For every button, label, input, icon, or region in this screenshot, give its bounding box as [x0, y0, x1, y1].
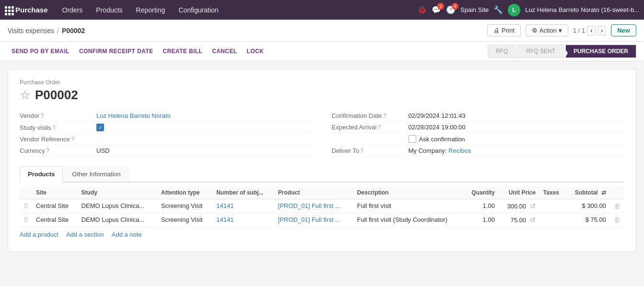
currency-value[interactable]: USD [96, 147, 109, 154]
site-name: Spain Site [460, 6, 489, 13]
step-rfq[interactable]: RFQ [488, 45, 516, 58]
avatar[interactable]: L [508, 4, 520, 16]
ask-confirmation-text: Ask confirmation [419, 136, 465, 143]
row1-site: Central Site [32, 199, 78, 213]
app-logo[interactable]: Purchase [5, 6, 48, 14]
form-left: Vendor ? Luz Helena Barreto Norato Study… [20, 110, 313, 157]
col-description: Description [353, 186, 464, 199]
row2-attention-type: Screening Visit [157, 213, 213, 227]
row1-subtotal: $ 300.00 [566, 199, 610, 213]
row1-attention-type: Screening Visit [157, 199, 213, 213]
settings-icon[interactable]: 🔧 [493, 5, 503, 14]
vendor-ref-label: Vendor Reference ? [20, 136, 96, 143]
add-product-link[interactable]: Add a product [20, 231, 59, 238]
col-attention-type: Attention type [157, 186, 213, 199]
delete-icon[interactable]: 🗑 [614, 216, 621, 224]
nav-orders[interactable]: Orders [56, 0, 90, 20]
add-section-link[interactable]: Add a section [66, 231, 104, 238]
col-delete [610, 186, 624, 199]
vendor-value[interactable]: Luz Helena Barreto Norato [96, 112, 171, 119]
study-visits-checkbox[interactable] [96, 124, 104, 131]
table-row: ⠿ Central Site DEMO Lupus Clinica... Scr… [20, 199, 624, 213]
breadcrumb-actions: 🖨 Print ⚙ Orders Action ▾ 1 / 1 ‹ › New [487, 24, 636, 36]
row1-number[interactable]: 14141 [212, 199, 274, 213]
deliver-to-help-icon: ? [361, 148, 363, 153]
confirmation-date-help-icon: ? [383, 113, 386, 118]
row1-product[interactable]: [PROD_01] Full first ... [274, 199, 353, 213]
currency-label: Currency ? [20, 147, 96, 154]
nav-configuration[interactable]: Configuration [172, 0, 225, 20]
action-button[interactable]: ⚙ Orders Action ▾ [526, 24, 568, 36]
row2-delete[interactable]: 🗑 [610, 213, 624, 227]
page-count: 1 / 1 [573, 27, 585, 34]
status-steps: RFQ RFQ SENT PURCHASE ORDER [488, 45, 636, 58]
tab-products[interactable]: Products [20, 166, 63, 183]
create-bill-button[interactable]: CREATE BILL [159, 46, 206, 57]
clock-icon[interactable]: 🕐 4 [446, 5, 456, 14]
drag-handle-icon[interactable]: ⠿ [23, 216, 28, 224]
table-row: ⠿ Central Site DEMO Lupus Clinica... Scr… [20, 213, 624, 227]
chat-badge: 1 [437, 3, 444, 10]
ask-confirmation-field-row: Ask confirmation [332, 133, 625, 145]
breadcrumb-bar: Visits expenses / P00002 🖨 Print ⚙ Order… [0, 20, 644, 42]
col-subtotal: Subtotal ⇄ [566, 186, 610, 199]
row1-unit-price: 300.00 ↺ [499, 199, 539, 213]
revert-icon[interactable]: ↺ [530, 216, 536, 224]
add-note-link[interactable]: Add a note [112, 231, 142, 238]
column-settings-icon[interactable]: ⇄ [601, 189, 606, 196]
row2-unit-price: 75.00 ↺ [499, 213, 539, 227]
table-header-row: Site Study Attention type Number of subj… [20, 186, 624, 199]
new-button[interactable]: New [611, 24, 636, 36]
revert-icon[interactable]: ↺ [530, 202, 536, 210]
page-prev-button[interactable]: ‹ [587, 26, 596, 35]
row2-number[interactable]: 14141 [212, 213, 274, 227]
nav-menu: Orders Products Reporting Configuration [56, 0, 225, 20]
ask-confirmation-checkbox[interactable] [409, 135, 416, 143]
po-card: Purchase Order ☆ P00002 Vendor ? Luz Hel… [8, 69, 636, 252]
nav-products[interactable]: Products [89, 0, 129, 20]
row2-taxes [539, 213, 566, 227]
deliver-to-label: Deliver To ? [332, 147, 409, 154]
chat-icon[interactable]: 💬 1 [432, 5, 441, 14]
vendor-field-row: Vendor ? Luz Helena Barreto Norato [20, 110, 313, 122]
add-links: Add a product Add a section Add a note [20, 227, 624, 242]
send-po-email-button[interactable]: SEND PO BY EMAIL [8, 46, 73, 57]
step-rfq-sent[interactable]: RFQ SENT [518, 45, 563, 58]
products-table: Site Study Attention type Number of subj… [20, 186, 624, 227]
nav-reporting[interactable]: Reporting [129, 0, 172, 20]
top-navigation: Purchase Orders Products Reporting Confi… [0, 0, 644, 20]
bug-icon[interactable]: 🐞 [417, 5, 427, 14]
lock-button[interactable]: LOCK [243, 46, 268, 57]
favorite-icon[interactable]: ☆ [20, 89, 30, 102]
confirmation-date-field-row: Confirmation Date ? 02/29/2024 12:01:43 [332, 110, 625, 122]
action-bar: SEND PO BY EMAIL CONFIRM RECEIPT DATE CR… [0, 42, 644, 61]
expected-arrival-help-icon: ? [378, 125, 381, 130]
print-icon: 🖨 [493, 27, 500, 34]
tabs: Products Other Information [20, 166, 624, 183]
step-purchase-order[interactable]: PURCHASE ORDER [565, 45, 636, 58]
row1-description: Full first visit [353, 199, 464, 213]
row2-drag: ⠿ [20, 213, 32, 227]
row2-subtotal: $ 75.00 [566, 213, 610, 227]
po-section-label: Purchase Order [20, 79, 624, 86]
deliver-to-value[interactable]: My Company: Recibos [409, 147, 471, 154]
print-button[interactable]: 🖨 Print [487, 24, 521, 36]
po-number: P00002 [35, 88, 78, 103]
confirm-receipt-date-button[interactable]: CONFIRM RECEIPT DATE [75, 46, 157, 57]
row2-study: DEMO Lupus Clinica... [78, 213, 157, 227]
row1-quantity: 1.00 [464, 199, 499, 213]
breadcrumb-parent[interactable]: Visits expenses [8, 27, 54, 34]
app-name: Purchase [15, 6, 48, 14]
drag-handle-icon[interactable]: ⠿ [23, 202, 28, 210]
cancel-button[interactable]: CANCEL [208, 46, 241, 57]
study-visits-help-icon: ? [53, 125, 56, 130]
expected-arrival-label: Expected Arrival ? [332, 124, 409, 131]
page-next-button[interactable]: › [597, 26, 606, 35]
col-unit-price: Unit Price [499, 186, 539, 199]
breadcrumb-current: P00002 [62, 27, 85, 34]
tab-other-information[interactable]: Other Information [64, 166, 129, 182]
currency-field-row: Currency ? USD [20, 145, 313, 157]
row2-product[interactable]: [PROD_01] Full first ... [274, 213, 353, 227]
row1-delete[interactable]: 🗑 [610, 199, 624, 213]
delete-icon[interactable]: 🗑 [614, 202, 621, 210]
